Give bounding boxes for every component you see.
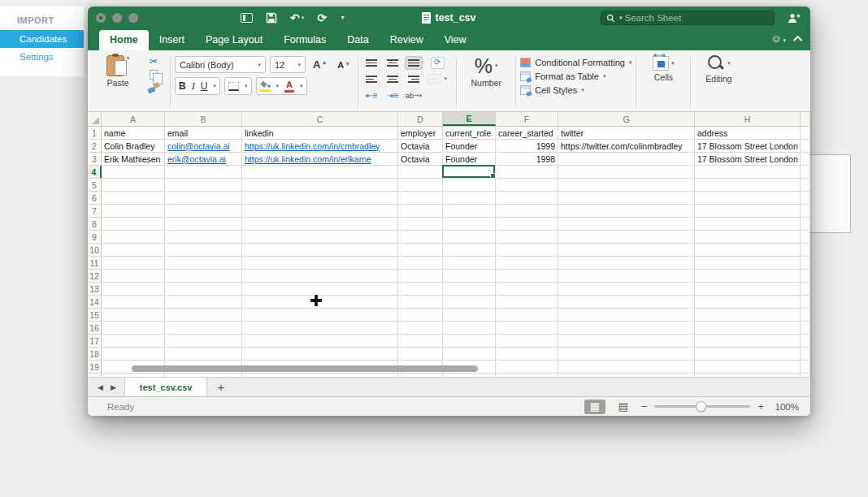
cell-x17[interactable] — [801, 335, 810, 348]
cell-C5[interactable] — [242, 179, 398, 192]
cell-D16[interactable] — [398, 322, 443, 335]
cell-F6[interactable] — [496, 192, 558, 205]
format-as-table-button[interactable]: Format as Table▾ — [520, 71, 631, 81]
save-icon[interactable] — [266, 12, 277, 24]
row-header-3[interactable]: 3 — [88, 153, 102, 166]
row-header-18[interactable]: 18 — [88, 348, 102, 361]
cell-B10[interactable] — [165, 244, 242, 257]
cell-C16[interactable] — [242, 322, 398, 335]
cell-B3[interactable]: erik@octavia.ai — [165, 153, 242, 166]
cell-D15[interactable] — [398, 309, 443, 322]
zoom-out-button[interactable]: − — [641, 400, 648, 413]
cell-B9[interactable] — [165, 231, 242, 244]
increase-indent-button[interactable]: ⇥≡ — [384, 89, 401, 102]
share-user-icon[interactable] — [787, 12, 801, 27]
cell-D4[interactable] — [398, 166, 443, 179]
cells-icon[interactable] — [653, 56, 669, 71]
cell-E4[interactable] — [443, 166, 496, 179]
next-sheet-arrow[interactable]: ▶ — [111, 383, 116, 391]
cell-A7[interactable] — [102, 205, 165, 218]
cell-F13[interactable] — [496, 283, 558, 296]
cell-x10[interactable] — [801, 244, 810, 257]
customize-toolbar-icon[interactable]: ▼ — [340, 16, 348, 19]
cell-x6[interactable] — [801, 192, 810, 205]
cell-G18[interactable] — [558, 348, 695, 361]
font-name-select[interactable]: Calibri (Body)▾ — [175, 56, 266, 73]
italic-button[interactable]: I — [192, 80, 195, 93]
cell-G2[interactable]: https://twitter.com/colinmbradley — [558, 140, 695, 153]
paste-icon[interactable] — [106, 55, 124, 76]
cell-G16[interactable] — [558, 322, 695, 335]
cell-C17[interactable] — [242, 335, 398, 348]
cell-H7[interactable] — [695, 205, 801, 218]
cell-G3[interactable] — [558, 153, 695, 166]
align-bottom-button[interactable] — [405, 56, 423, 70]
cell-C7[interactable] — [242, 205, 398, 218]
cell-C8[interactable] — [242, 218, 398, 231]
row-header-15[interactable]: 15 — [88, 309, 102, 322]
ribbon-tab-data[interactable]: Data — [336, 30, 379, 50]
cell-H10[interactable] — [695, 244, 801, 257]
cell-x12[interactable] — [801, 270, 810, 283]
cell-D18[interactable] — [398, 348, 443, 361]
column-header-H[interactable]: H — [695, 112, 801, 126]
cell-B4[interactable] — [165, 166, 242, 179]
minimize-button[interactable] — [112, 13, 122, 23]
cell-E14[interactable] — [443, 296, 496, 309]
cell-E8[interactable] — [443, 218, 496, 231]
editing-find-icon[interactable] — [707, 54, 725, 72]
cell-C18[interactable] — [242, 348, 398, 361]
cell-E1[interactable]: current_role — [443, 127, 496, 140]
number-format-caret[interactable]: ▾ — [495, 63, 498, 69]
zoom-slider-knob[interactable] — [696, 401, 706, 412]
cells-caret[interactable]: ▾ — [671, 60, 675, 67]
cell-A5[interactable] — [102, 179, 165, 192]
cell-x4[interactable] — [801, 166, 810, 179]
cell-B14[interactable] — [165, 296, 242, 309]
cell-H6[interactable] — [695, 192, 801, 205]
cell-H13[interactable] — [695, 283, 801, 296]
ribbon-tab-review[interactable]: Review — [380, 30, 434, 50]
cell-E7[interactable] — [443, 205, 496, 218]
cell-F12[interactable] — [496, 270, 558, 283]
fill-color-caret[interactable]: ▾ — [276, 83, 280, 89]
cell-x1[interactable] — [801, 127, 810, 140]
decrease-indent-button[interactable]: ⇤≡ — [362, 89, 380, 102]
cell-D5[interactable] — [398, 179, 443, 192]
cell-A12[interactable] — [102, 270, 165, 283]
cell-H4[interactable] — [695, 166, 801, 179]
font-size-select[interactable]: 12▾ — [270, 56, 306, 73]
cell-styles-button[interactable]: Cell Styles▾ — [520, 85, 631, 95]
cell-x19[interactable] — [801, 361, 810, 374]
cell-D12[interactable] — [398, 270, 443, 283]
cell-F3[interactable]: 1998 — [496, 153, 558, 166]
cell-B11[interactable] — [165, 257, 242, 270]
cell-H3[interactable]: 17 Blossom Street London — [695, 153, 801, 166]
cell-H5[interactable] — [695, 179, 801, 192]
zoom-in-button[interactable]: + — [757, 400, 764, 413]
cell-x8[interactable] — [801, 218, 810, 231]
cell-F16[interactable] — [496, 322, 558, 335]
cell-A18[interactable] — [102, 348, 165, 361]
cell-H18[interactable] — [695, 348, 801, 361]
cell-H11[interactable] — [695, 257, 801, 270]
cell-F15[interactable] — [496, 309, 558, 322]
cell-G10[interactable] — [558, 244, 695, 257]
cell-E15[interactable] — [443, 309, 496, 322]
row-header-11[interactable]: 11 — [88, 257, 102, 270]
column-header-clipped[interactable] — [801, 112, 810, 126]
cell-E17[interactable] — [443, 335, 496, 348]
cell-D6[interactable] — [398, 192, 443, 205]
cell-E18[interactable] — [443, 348, 496, 361]
cell-D10[interactable] — [398, 244, 443, 257]
cell-F14[interactable] — [496, 296, 558, 309]
cell-F11[interactable] — [496, 257, 558, 270]
cell-G15[interactable] — [558, 309, 695, 322]
row-header-16[interactable]: 16 — [88, 322, 102, 335]
collapse-ribbon-icon[interactable] — [793, 35, 802, 44]
cell-E2[interactable]: Founder — [443, 140, 496, 153]
bold-button[interactable]: B — [179, 80, 186, 92]
cell-D3[interactable]: Octavia — [398, 153, 443, 166]
cell-D14[interactable] — [398, 296, 443, 309]
undo-button[interactable]: ↶▾ — [290, 12, 304, 24]
